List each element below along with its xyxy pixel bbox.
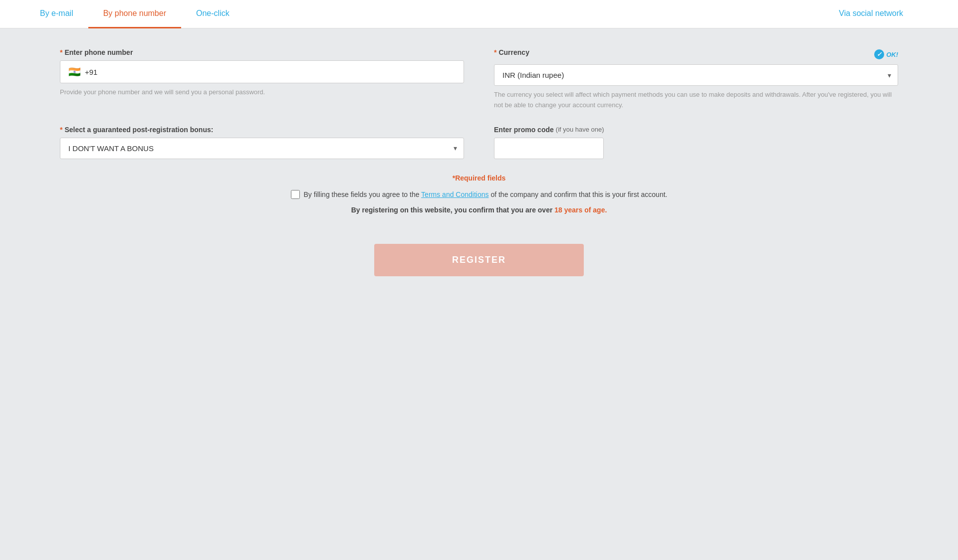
bonus-label: * Select a guaranteed post-registration … bbox=[60, 126, 464, 134]
tabs-bar: By e-mail By phone number One-click Via … bbox=[0, 0, 958, 28]
terms-link[interactable]: Terms and Conditions bbox=[421, 190, 488, 198]
promo-label-suffix: (if you have one) bbox=[556, 126, 604, 133]
promo-input[interactable] bbox=[494, 138, 604, 159]
phone-input-wrapper[interactable]: 🇮🇳 +91 bbox=[60, 60, 464, 83]
tab-via-social[interactable]: Via social network bbox=[824, 0, 918, 28]
currency-label: * Currency bbox=[494, 48, 529, 56]
bonus-select-wrapper: I DON'T WANT A BONUS 100% Welcome Bonus … bbox=[60, 138, 464, 159]
phone-label: * Enter phone number bbox=[60, 48, 464, 56]
agreement-text: By filling these fields you agree to the… bbox=[304, 190, 668, 198]
tab-one-click[interactable]: One-click bbox=[181, 0, 244, 28]
phone-prefix: +91 bbox=[85, 68, 97, 76]
bonus-required-star: * bbox=[60, 126, 62, 134]
agreement-row: By filling these fields you agree to the… bbox=[60, 190, 898, 199]
tab-by-phone[interactable]: By phone number bbox=[88, 0, 181, 28]
india-flag-icon: 🇮🇳 bbox=[68, 66, 81, 78]
currency-select[interactable]: INR (Indian rupee) USD (US Dollar) EUR (… bbox=[494, 64, 898, 86]
bonus-select[interactable]: I DON'T WANT A BONUS 100% Welcome Bonus … bbox=[60, 138, 464, 159]
phone-input[interactable] bbox=[101, 68, 456, 76]
promo-label: Enter promo code (if you have one) bbox=[494, 126, 898, 134]
phone-hint: Provide your phone number and we will se… bbox=[60, 87, 464, 97]
currency-select-wrapper: INR (Indian rupee) USD (US Dollar) EUR (… bbox=[494, 64, 898, 86]
bonus-field-group: * Select a guaranteed post-registration … bbox=[60, 126, 464, 159]
age-highlight: 18 years of age. bbox=[554, 206, 607, 214]
currency-field-group: * Currency ✓ OK! INR (Indian rupee) USD … bbox=[494, 48, 898, 111]
phone-required-star: * bbox=[60, 48, 62, 56]
ok-check-icon: ✓ bbox=[874, 49, 884, 59]
promo-field-group: Enter promo code (if you have one) bbox=[494, 126, 898, 159]
currency-required-star: * bbox=[494, 48, 496, 56]
registration-form: * Enter phone number 🇮🇳 +91 Provide your… bbox=[0, 28, 958, 296]
required-notice: *Required fields bbox=[60, 174, 898, 182]
ok-badge: ✓ OK! bbox=[874, 49, 898, 59]
tab-by-email[interactable]: By e-mail bbox=[40, 0, 88, 28]
currency-hint: The currency you select will affect whic… bbox=[494, 90, 898, 111]
phone-field-group: * Enter phone number 🇮🇳 +91 Provide your… bbox=[60, 48, 464, 111]
age-notice: By registering on this website, you conf… bbox=[60, 206, 898, 214]
agreement-checkbox[interactable] bbox=[291, 190, 300, 199]
register-button[interactable]: REGISTER bbox=[374, 244, 584, 276]
